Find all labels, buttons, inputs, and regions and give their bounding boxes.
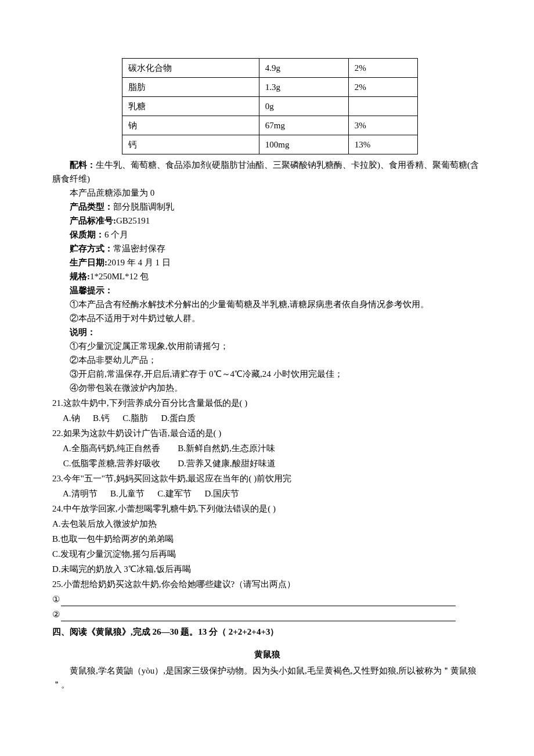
question-24-option-d: D.未喝完的奶放入 3℃冰箱,饭后再喝 <box>52 562 482 576</box>
product-type-label: 产品类型： <box>70 202 113 211</box>
ingredients-label: 配料： <box>70 160 96 170</box>
table-row: 碳水化合物 4.9g 2% <box>122 59 418 78</box>
nutrient-pct: 3% <box>348 116 417 135</box>
nutrient-name: 钠 <box>122 116 259 135</box>
nutrient-name: 钙 <box>122 135 259 154</box>
fill-line <box>61 613 456 621</box>
question-25-blank-1: ① <box>52 592 482 606</box>
blank-label-1: ① <box>52 595 60 604</box>
table-row: 钠 67mg 3% <box>122 116 418 135</box>
nutrient-amount: 100mg <box>259 135 348 154</box>
question-24-option-a: A.去包装后放入微波炉加热 <box>52 517 482 531</box>
nutrient-pct: 2% <box>348 59 417 78</box>
spec-line: 规格:1*250ML*12 包 <box>52 269 482 283</box>
question-22-options-row2: C.低脂零蔗糖,营养好吸收 D.营养又健康,酸甜好味道 <box>61 456 482 470</box>
nutrient-name: 碳水化合物 <box>122 59 259 78</box>
spec-label: 规格: <box>70 272 90 281</box>
nutrient-amount: 0g <box>259 97 348 116</box>
storage-text: 常温密封保存 <box>113 244 165 253</box>
ingredients-line: 配料：生牛乳、葡萄糖、食品添加剂(硬脂肪甘油酯、三聚磷酸钠乳糖酶、卡拉胶)、食用… <box>52 158 482 186</box>
sucrose-line: 本产品蔗糖添加量为 0 <box>52 186 482 200</box>
nutrient-pct: 13% <box>348 135 417 154</box>
question-21-options: A.钠 B.钙 C.脂肪 D.蛋白质 <box>61 411 482 425</box>
nutrition-table: 碳水化合物 4.9g 2% 脂肪 1.3g 2% 乳糖 0g 钠 67mg 3%… <box>122 58 418 154</box>
shelf-life-text: 6 个月 <box>104 230 128 239</box>
storage-label: 贮存方式： <box>70 244 113 253</box>
question-25-stem: 25.小蕾想给奶奶买这款牛奶,你会给她哪些建议?（请写出两点） <box>52 577 482 591</box>
nutrient-name: 乳糖 <box>122 97 259 116</box>
shelf-life-label: 保质期： <box>70 230 104 239</box>
nutrient-pct <box>348 97 417 116</box>
blank-label-2: ② <box>52 610 60 619</box>
table-row: 乳糖 0g <box>122 97 418 116</box>
nutrient-name: 脂肪 <box>122 78 259 97</box>
storage-line: 贮存方式：常温密封保存 <box>52 242 482 255</box>
ingredients-text: 生牛乳、葡萄糖、食品添加剂(硬脂肪甘油酯、三聚磷酸钠乳糖酶、卡拉胶)、食用香精、… <box>52 160 479 183</box>
question-24-option-b: B.也取一包牛奶给两岁的弟弟喝 <box>52 532 482 546</box>
passage-paragraph: 黄鼠狼,学名黄鼬（yòu）,是国家三级保护动物。因为头小如鼠,毛呈黄褐色,又性野… <box>52 664 482 692</box>
tip-1: ①本产品含有经酶水解技术分解出的少量葡萄糖及半乳糖,请糖尿病患者依自身情况参考饮… <box>52 297 482 311</box>
question-24-stem: 24.中午放学回家,小蕾想喝零乳糖牛奶,下列做法错误的是( ) <box>52 502 482 516</box>
question-21-stem: 21.这款牛奶中,下列营养成分百分比含量最低的是( ) <box>52 396 482 410</box>
shelf-life-line: 保质期：6 个月 <box>52 228 482 242</box>
fill-line <box>61 597 456 606</box>
standard-line: 产品标准号:GB25191 <box>52 214 482 228</box>
standard-label: 产品标准号: <box>70 216 116 225</box>
question-22-options-row1: A.全脂高钙奶,纯正自然香 B.新鲜自然奶,生态原汁味 <box>61 441 482 455</box>
nutrient-pct: 2% <box>348 78 417 97</box>
question-23-options: A.清明节 B.儿童节 C.建军节 D.国庆节 <box>61 487 482 501</box>
question-23-stem: 23.今年"五一"节,妈妈买回这款牛奶,最迟应在当年的( )前饮用完 <box>52 471 482 485</box>
product-type-line: 产品类型：部分脱脂调制乳 <box>52 200 482 214</box>
nutrient-amount: 67mg <box>259 116 348 135</box>
tip-2: ②本品不适用于对牛奶过敏人群。 <box>52 311 482 325</box>
prod-date-text: 2019 年 4 月 1 日 <box>107 258 171 267</box>
question-24-option-c: C.发现有少量沉淀物,摇匀后再喝 <box>52 547 482 561</box>
question-22-stem: 22.如果为这款牛奶设计广告语,最合适的是( ) <box>52 426 482 440</box>
prod-date-label: 生产日期: <box>70 258 107 267</box>
spec-text: 1*250ML*12 包 <box>90 272 149 281</box>
note-4: ④勿带包装在微波炉内加热。 <box>52 381 482 395</box>
tips-label: 温馨提示： <box>52 283 482 297</box>
note-3: ③开启前,常温保存,开启后,请贮存于 0℃～4℃冷藏,24 小时饮用完最佳； <box>52 367 482 381</box>
nutrient-amount: 4.9g <box>259 59 348 78</box>
prod-date-line: 生产日期:2019 年 4 月 1 日 <box>52 255 482 269</box>
table-row: 脂肪 1.3g 2% <box>122 78 418 97</box>
question-25-blank-2: ② <box>52 607 482 621</box>
section-4-title: 四、阅读《黄鼠狼》,完成 26—30 题。13 分（ 2+2+2+4+3） <box>52 625 482 639</box>
nutrient-amount: 1.3g <box>259 78 348 97</box>
note-1: ①有少量沉淀属正常现象,饮用前请摇匀； <box>52 339 482 353</box>
passage-title: 黄鼠狼 <box>52 647 482 661</box>
standard-text: GB25191 <box>116 216 150 225</box>
notes-label: 说明： <box>52 325 482 339</box>
note-2: ②本品非婴幼儿产品； <box>52 353 482 367</box>
table-row: 钙 100mg 13% <box>122 135 418 154</box>
product-type-text: 部分脱脂调制乳 <box>113 202 174 211</box>
